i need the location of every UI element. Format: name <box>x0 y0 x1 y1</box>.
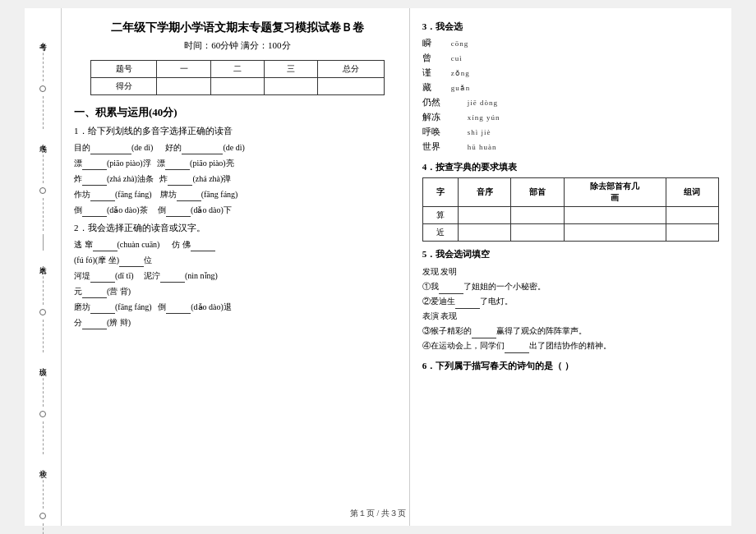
sidebar-circle2 <box>39 187 46 194</box>
q4-char-jin: 近 <box>422 224 458 242</box>
q5-section: 5．我会选词填空 发现 发明 ①我了姐姐的一个小秘密。 ②爱迪生了电灯。 表演 … <box>422 248 719 353</box>
q2-line3b: 分(辨 辩) <box>74 315 401 329</box>
score-cell-1[interactable] <box>157 78 210 95</box>
q1-title: 1．给下列划线的多音字选择正确的读音 <box>74 125 401 137</box>
sidebar-label-xingming: 姓名： <box>38 260 48 270</box>
q1-blank3[interactable] <box>82 169 107 170</box>
left-column: 二年级下学期小学语文期末专题复习模拟试卷Ｂ卷 时间：60分钟 满分：100分 题… <box>62 8 410 526</box>
q1-blank10[interactable] <box>166 216 191 217</box>
q5-line4: ④在运动会上，同学们出了团结协作的精神。 <box>422 338 719 353</box>
q1-blank7[interactable] <box>90 200 115 201</box>
q4-bushou-jin[interactable] <box>511 224 564 242</box>
score-cell-total[interactable] <box>318 78 385 95</box>
q3-char8: 世界 <box>422 140 468 153</box>
score-table: 题号 一 二 三 总分 得分 <box>90 60 385 95</box>
score-cell-2[interactable] <box>210 78 264 95</box>
q4-yinxu-suan[interactable] <box>459 207 511 224</box>
score-header-4: 总分 <box>318 61 385 78</box>
q3-pinyin5: jiē dòng <box>468 99 498 107</box>
q2-blank1[interactable] <box>93 251 118 251</box>
sidebar-label-kaohao: 考号： <box>38 37 48 47</box>
q3-row3: 谨 zǒng <box>422 67 719 79</box>
q5-line1: ①我了姐姐的一个小秘密。 <box>422 279 719 294</box>
q3-pinyin6: xíng yún <box>468 113 500 122</box>
page-title: 二年级下学期小学语文期末专题复习模拟试卷Ｂ卷 <box>74 21 401 35</box>
q3-char5: 仍然 <box>422 96 468 108</box>
q3-char2: 曾 <box>422 52 451 64</box>
q1-blank6[interactable] <box>168 185 192 186</box>
q1-blank5[interactable] <box>82 185 107 186</box>
q4-header-2: 部首 <box>511 178 564 207</box>
exam-page: 考号： 考场： 姓名： 班级： 学校： <box>25 8 731 526</box>
q3-pinyin2: cuì <box>451 54 463 62</box>
section1-title: 一、积累与运用(40分) <box>74 105 401 120</box>
q1-blank2[interactable] <box>182 154 223 154</box>
score-row-label: 得分 <box>90 78 157 95</box>
sidebar-label-kaochang: 考场： <box>38 139 48 149</box>
sidebar-circle <box>39 85 46 92</box>
q1-line2: 漂(piāo piào)浮 漂(piāo piào)亮 <box>74 156 401 170</box>
q3-char6: 解冻 <box>422 111 468 123</box>
q1-blank8[interactable] <box>177 200 201 201</box>
q3-pinyin7: shì jiè <box>468 128 491 136</box>
q3-row8: 世界 hū huàn <box>422 140 719 153</box>
q2-line3: 磨坊(fāng fáng) 倒(dǎo dào)退 <box>74 300 401 314</box>
q4-header-4: 组词 <box>666 178 718 207</box>
main-content: 二年级下学期小学语文期末专题复习模拟试卷Ｂ卷 时间：60分钟 满分：100分 题… <box>62 8 731 526</box>
q2-line2b: 元(营 背) <box>74 284 401 298</box>
q4-bushou-suan[interactable] <box>511 207 564 224</box>
q2-blank8[interactable] <box>166 313 191 314</box>
score-header-0: 题号 <box>90 61 157 78</box>
q3-char1: 瞬 <box>422 37 451 49</box>
q2-blank5[interactable] <box>160 282 185 283</box>
q6-title: 6．下列属于描写春天的诗句的是（ ） <box>422 360 719 372</box>
q5-line2: ②爱迪生了电灯。 <box>422 294 719 309</box>
q2-blank3[interactable] <box>119 266 144 267</box>
q3-char7: 呼唤 <box>422 126 468 138</box>
q1-blank1[interactable] <box>90 154 131 154</box>
q1-line3: 炸(zhá zhà)油条 炸(zhá zhà)弹 <box>74 172 401 186</box>
q3-row1: 瞬 cōng <box>422 37 719 49</box>
q3-pinyin4: guǎn <box>451 84 471 92</box>
score-header-1: 一 <box>157 61 210 78</box>
sidebar: 考号： 考场： 姓名： 班级： 学校： <box>25 8 62 526</box>
q3-row5: 仍然 jiē dòng <box>422 96 719 108</box>
q2-line2: 河堤(dī tī) 泥泞(nìn nǐng) <box>74 269 401 283</box>
q4-yinxu-jin[interactable] <box>459 224 511 242</box>
q2-blank7[interactable] <box>90 313 115 314</box>
q4-header-0: 字 <box>422 178 458 207</box>
score-header-3: 三 <box>265 61 318 78</box>
score-cell-3[interactable] <box>265 78 318 95</box>
q4-title: 4．按查字典的要求填表 <box>422 161 719 173</box>
q1-line5: 倒(dǎo dào)茶 倒(dǎo dào)下 <box>74 203 401 217</box>
q5-blank4[interactable] <box>505 352 529 353</box>
q4-header-1: 音序 <box>459 178 511 207</box>
sidebar-circle3 <box>39 309 46 315</box>
q2-blank6[interactable] <box>82 297 107 298</box>
q3-row2: 曾 cuì <box>422 52 719 64</box>
q5-blank2[interactable] <box>455 308 480 309</box>
q4-hua-suan[interactable] <box>564 207 666 224</box>
sidebar-label-xuexiao: 学校： <box>38 464 48 474</box>
q3-row7: 呼唤 shì jiè <box>422 126 719 138</box>
sidebar-circle4 <box>39 411 46 417</box>
q3-char4: 藏 <box>422 81 451 94</box>
q2-blank4[interactable] <box>90 282 115 283</box>
q3-pinyin3: zǒng <box>451 69 470 77</box>
q1-line4: 作坊(fāng fáng) 牌坊(fāng fáng) <box>74 187 401 201</box>
q3-title: 3．我会选 <box>422 21 719 33</box>
q4-zuci-jin[interactable] <box>666 224 718 242</box>
q2-blank9[interactable] <box>82 329 107 329</box>
q4-char-suan: 算 <box>422 207 458 224</box>
q3-pinyin8: hū huàn <box>468 143 497 151</box>
q2-blank2[interactable] <box>191 251 215 251</box>
q2-line1b: (fú fó)(摩 坐)位 <box>74 253 401 267</box>
q4-zuci-suan[interactable] <box>666 207 718 224</box>
q1-line1: 目的(de dì) 好的(de dì) <box>74 140 401 154</box>
q4-hua-jin[interactable] <box>564 224 666 242</box>
q1-blank4[interactable] <box>165 169 190 170</box>
q1-blank9[interactable] <box>82 216 107 217</box>
q3-row4: 藏 guǎn <box>422 81 719 94</box>
q3-section: 3．我会选 瞬 cōng 曾 cuì 谨 zǒng 藏 guǎn <box>422 21 719 153</box>
page-footer: 第１页 / 共３页 <box>350 508 406 519</box>
